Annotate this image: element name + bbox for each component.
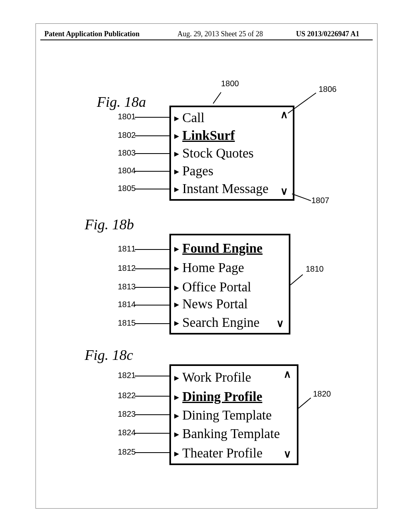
ref-1804: 1804 bbox=[118, 166, 136, 175]
ref-1811: 1811 bbox=[118, 244, 136, 254]
menu-item-label: Dining Template bbox=[182, 406, 272, 424]
menu-item-label: Pages bbox=[182, 162, 213, 180]
ref-1806: 1806 bbox=[319, 85, 337, 94]
ref-1802: 1802 bbox=[118, 131, 136, 140]
figure-title-18b: Fig. 18b bbox=[85, 216, 134, 233]
menu-item-label: Stock Quotes bbox=[182, 144, 254, 162]
menu-item-label: Found Engine bbox=[182, 239, 263, 257]
arrow-icon: ▸ bbox=[174, 180, 181, 198]
ref-1815: 1815 bbox=[118, 318, 136, 328]
menu-item-label: Banking Template bbox=[182, 425, 280, 443]
arrow-icon: ▸ bbox=[174, 109, 181, 127]
figure-title-18a: Fig. 18a bbox=[97, 94, 146, 110]
ref-1805: 1805 bbox=[118, 184, 136, 193]
menu-item-found-engine[interactable]: ▸ Found Engine bbox=[174, 239, 263, 258]
arrow-icon: ▸ bbox=[174, 162, 181, 180]
menu-box-18b: ∨ ▸ Found Engine ▸ Home Page ▸ Office Po… bbox=[169, 234, 290, 335]
leader-1823 bbox=[135, 414, 170, 415]
scroll-up-icon[interactable]: ∧ bbox=[284, 369, 291, 380]
menu-item-home-page[interactable]: ▸ Home Page bbox=[174, 259, 244, 278]
leader-1822 bbox=[135, 396, 170, 397]
menu-item-search-engine[interactable]: ▸ Search Engine bbox=[174, 314, 260, 332]
leader-1802 bbox=[135, 135, 170, 136]
menu-item-linksurf[interactable]: ▸ LinkSurf bbox=[174, 127, 235, 145]
menu-item-instant-message[interactable]: ▸ Instant Message bbox=[174, 180, 269, 199]
arrow-icon: ▸ bbox=[174, 314, 181, 332]
ref-1824: 1824 bbox=[118, 428, 136, 437]
menu-item-label: Search Engine bbox=[182, 314, 260, 331]
ref-1801: 1801 bbox=[118, 112, 136, 121]
menu-item-label: Call bbox=[182, 109, 204, 127]
leader-1804 bbox=[135, 171, 170, 172]
arrow-icon: ▸ bbox=[174, 145, 181, 162]
ref-1821: 1821 bbox=[118, 371, 136, 380]
header-rule bbox=[40, 39, 373, 40]
arrow-icon: ▸ bbox=[174, 127, 181, 145]
scroll-down-icon[interactable]: ∨ bbox=[280, 186, 288, 197]
menu-item-label: News Portal bbox=[182, 295, 248, 313]
scroll-down-icon[interactable]: ∨ bbox=[284, 449, 291, 459]
leader-1803 bbox=[135, 153, 170, 154]
menu-item-stock-quotes[interactable]: ▸ Stock Quotes bbox=[174, 144, 254, 163]
menu-item-label: Instant Message bbox=[182, 180, 269, 197]
menu-item-label: Work Profile bbox=[182, 368, 251, 386]
arrow-icon: ▸ bbox=[174, 445, 181, 462]
arrow-icon: ▸ bbox=[174, 388, 181, 406]
arrow-icon: ▸ bbox=[174, 369, 181, 387]
ref-1813: 1813 bbox=[118, 282, 136, 291]
menu-item-pages[interactable]: ▸ Pages bbox=[174, 162, 213, 181]
ref-1812: 1812 bbox=[118, 264, 136, 273]
menu-box-18c: ∧ ∨ ▸ Work Profile ▸ Dining Profile ▸ Di… bbox=[169, 364, 298, 465]
arrow-icon: ▸ bbox=[174, 278, 181, 296]
leader-1825 bbox=[135, 452, 170, 453]
menu-item-call[interactable]: ▸ Call bbox=[174, 109, 204, 128]
leader-1821 bbox=[135, 376, 170, 376]
menu-item-theater-profile[interactable]: ▸ Theater Profile bbox=[174, 444, 263, 463]
ref-1803: 1803 bbox=[118, 148, 136, 158]
leader-1811 bbox=[135, 249, 170, 250]
leader-1805 bbox=[135, 189, 170, 189]
arrow-icon: ▸ bbox=[174, 240, 181, 258]
figure-title-18c: Fig. 18c bbox=[85, 347, 133, 364]
menu-item-label: Theater Profile bbox=[182, 444, 263, 462]
menu-box-18a: ∧ ∨ ▸ Call ▸ LinkSurf ▸ Stock Quotes ▸ P… bbox=[169, 106, 294, 201]
patent-figure-page: Patent Application Publication Aug. 29, … bbox=[0, 0, 413, 532]
ref-1825: 1825 bbox=[118, 447, 136, 457]
arrow-icon: ▸ bbox=[174, 407, 181, 424]
arrow-icon: ▸ bbox=[174, 259, 181, 277]
ref-1814: 1814 bbox=[118, 300, 136, 309]
leader-1814 bbox=[135, 305, 170, 305]
menu-item-office-portal[interactable]: ▸ Office Portal bbox=[174, 278, 251, 297]
ref-1807: 1807 bbox=[311, 196, 330, 205]
scroll-down-icon[interactable]: ∨ bbox=[276, 318, 284, 329]
ref-1823: 1823 bbox=[118, 409, 136, 419]
menu-item-dining-template[interactable]: ▸ Dining Template bbox=[174, 406, 272, 425]
leader-1813 bbox=[135, 287, 170, 288]
leader-1801 bbox=[135, 117, 170, 118]
menu-item-label: Dining Profile bbox=[182, 388, 262, 405]
menu-item-work-profile[interactable]: ▸ Work Profile bbox=[174, 368, 251, 387]
header-right: US 2013/0226947 A1 bbox=[296, 30, 359, 38]
menu-item-label: Office Portal bbox=[182, 278, 251, 296]
scroll-up-icon[interactable]: ∧ bbox=[280, 110, 288, 120]
ref-box-1810: 1810 bbox=[306, 264, 324, 274]
ref-1822: 1822 bbox=[118, 391, 136, 400]
menu-item-news-portal[interactable]: ▸ News Portal bbox=[174, 295, 248, 314]
leader-1812 bbox=[135, 268, 170, 269]
ref-box-1820: 1820 bbox=[313, 389, 331, 399]
leader-1815 bbox=[135, 323, 170, 324]
menu-item-dining-profile[interactable]: ▸ Dining Profile bbox=[174, 388, 262, 407]
ref-box-1800: 1800 bbox=[221, 79, 239, 88]
header-center: Aug. 29, 2013 Sheet 25 of 28 bbox=[177, 30, 263, 38]
arrow-icon: ▸ bbox=[174, 295, 181, 313]
leader-1824 bbox=[135, 433, 170, 434]
menu-item-banking-template[interactable]: ▸ Banking Template bbox=[174, 425, 280, 444]
menu-item-label: LinkSurf bbox=[182, 127, 235, 144]
menu-item-label: Home Page bbox=[182, 259, 244, 276]
header-left: Patent Application Publication bbox=[44, 30, 140, 38]
arrow-icon: ▸ bbox=[174, 425, 181, 443]
